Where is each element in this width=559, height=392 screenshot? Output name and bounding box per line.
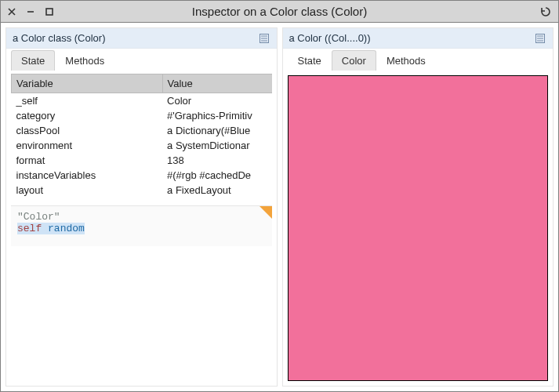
cell-value: 138 [162,153,271,168]
variables-table-wrap: Variable Value _selfColor category#'Grap… [11,74,272,201]
cell-value: a Dictionary(#Blue [162,123,271,138]
tab-state-right[interactable]: State [288,50,332,71]
col-variable[interactable]: Variable [12,74,163,93]
tab-label: Methods [387,55,426,67]
left-header-label: a Color class (Color) [13,32,258,44]
left-pane-header: a Color class (Color) [6,28,277,49]
col-value[interactable]: Value [162,74,271,93]
cell-value: Color [162,93,271,109]
left-tabs: State Methods [6,49,277,71]
cell-value: #'Graphics-Primitiv [162,108,271,123]
table-header-row: Variable Value [12,74,272,93]
window-title: Inspector on a Color class (Color) [1,5,558,18]
table-row[interactable]: environmenta SystemDictionar [12,138,272,153]
table-row[interactable]: category#'Graphics-Primitiv [12,108,272,123]
cell-value: a SystemDictionar [162,138,271,153]
blank-area [6,251,277,386]
table-row[interactable]: _selfColor [12,93,272,109]
code-pane[interactable]: "Color" self random [11,205,272,246]
cell-variable: instanceVariables [12,168,163,183]
code-comment: "Color" [17,211,60,223]
tab-label: Color [342,55,366,67]
right-header-label: a Color ((Col....0)) [289,32,535,44]
cell-variable: environment [12,138,163,153]
tab-color[interactable]: Color [332,50,376,71]
color-preview [288,75,549,381]
cell-variable: classPool [12,123,163,138]
tab-methods[interactable]: Methods [55,50,114,71]
tab-label: State [21,55,45,67]
tab-label: State [298,55,321,67]
inspector-window: Inspector on a Color class (Color) a Col… [0,0,559,392]
left-pane: a Color class (Color) State Methods Vari… [5,27,278,387]
svg-rect-0 [46,9,53,15]
code-message: random [48,223,85,234]
cell-variable: layout [12,183,163,198]
cell-variable: format [12,153,163,168]
cell-value: a FixedLayout [162,183,271,198]
cell-variable: localSelectors [12,198,163,201]
tab-label: Methods [65,55,104,67]
table-row[interactable]: instanceVariables#(#rgb #cachedDe [12,168,272,183]
cell-variable: _self [12,93,163,109]
titlebar: Inspector on a Color class (Color) [1,1,558,23]
code-self: self [17,223,42,234]
right-pane-header: a Color ((Col....0)) [283,28,554,49]
right-pane: a Color ((Col....0)) State Color Methods [282,27,554,387]
content-area: a Color class (Color) State Methods Vari… [1,23,558,391]
variables-table: Variable Value _selfColor category#'Grap… [11,74,272,201]
table-row[interactable]: classPoola Dictionary(#Blue [12,123,272,138]
close-icon[interactable] [7,7,16,16]
dirty-indicator-icon [260,206,272,219]
tab-state[interactable]: State [11,50,55,71]
right-tabs: State Color Methods [283,49,554,71]
table-row[interactable]: layouta FixedLayout [12,183,272,198]
cell-value: #(#rgb #cachedDe [162,168,271,183]
cell-value: nil [162,198,271,201]
refresh-icon[interactable] [539,5,552,18]
minimize-icon[interactable] [26,7,35,16]
pane-menu-icon[interactable] [534,32,546,45]
table-row[interactable]: format138 [12,153,272,168]
cell-variable: category [12,108,163,123]
pane-menu-icon[interactable] [258,32,270,45]
tab-methods-right[interactable]: Methods [376,50,436,71]
table-row[interactable]: localSelectorsnil [12,198,272,201]
maximize-icon[interactable] [45,7,54,16]
